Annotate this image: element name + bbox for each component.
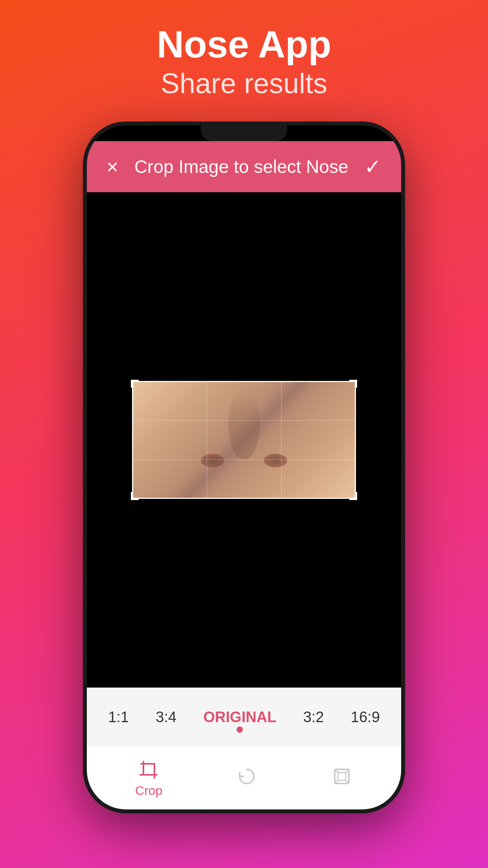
ratio-option-3-4[interactable]: 3:4 xyxy=(148,705,184,730)
confirm-icon[interactable]: ✓ xyxy=(364,156,382,177)
nostril-left xyxy=(201,454,224,467)
toolbar-item-crop[interactable]: Crop xyxy=(123,754,174,802)
ratio-option-1-1[interactable]: 1:1 xyxy=(100,705,137,730)
ratio-option-original[interactable]: ORIGINAL xyxy=(196,705,284,730)
image-area xyxy=(87,192,401,688)
app-subtitle: Share results xyxy=(0,65,488,102)
app-title: Nose App xyxy=(0,24,488,65)
crop-bar: × Crop Image to select Nose ✓ xyxy=(87,141,401,192)
svg-rect-8 xyxy=(338,772,346,780)
crop-bar-title: Crop Image to select Nose xyxy=(118,156,364,177)
crop-image-container[interactable] xyxy=(132,381,356,499)
ratio-option-16-9[interactable]: 16:9 xyxy=(343,705,388,730)
toolbar-item-expand[interactable] xyxy=(319,761,365,794)
svg-rect-4 xyxy=(143,764,154,775)
nose-bridge-shadow xyxy=(228,389,260,460)
ratio-option-3-2[interactable]: 3:2 xyxy=(295,705,332,730)
phone-screen: × Crop Image to select Nose ✓ xyxy=(87,125,401,809)
nose-image xyxy=(132,381,356,499)
phone-notch xyxy=(201,125,287,141)
ratio-active-dot xyxy=(237,726,243,733)
crop-label: Crop xyxy=(135,783,162,798)
rotate-icon xyxy=(236,765,258,787)
header-area: Nose App Share results xyxy=(0,0,488,118)
phone-frame: × Crop Image to select Nose ✓ xyxy=(83,121,405,813)
cancel-icon[interactable]: × xyxy=(106,156,118,177)
toolbar-item-rotate[interactable] xyxy=(224,761,270,794)
expand-icon xyxy=(331,765,353,787)
nostril-right xyxy=(264,454,287,467)
ratio-bar: 1:1 3:4 ORIGINAL 3:2 16:9 xyxy=(87,688,401,747)
bottom-toolbar: Crop xyxy=(87,747,401,809)
crop-icon xyxy=(138,758,160,780)
